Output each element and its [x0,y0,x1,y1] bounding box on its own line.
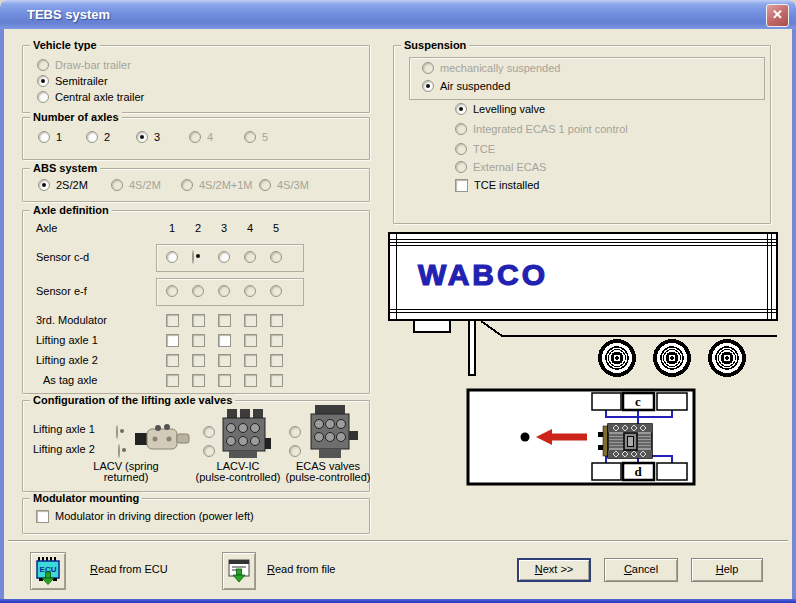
radio-semitrailer[interactable]: Semitrailer [37,74,108,88]
axle-column-2: 2 [188,222,208,234]
ecas-caption: ECAS valves (pulse-controlled) [268,461,388,483]
cancel-button[interactable]: Cancel [604,558,678,582]
group-title-vehicle-type: Vehicle type [30,39,100,51]
radio-icon [37,59,49,71]
group-title-suspension: Suspension [401,39,469,51]
radio-label: Levelling valve [473,103,545,115]
group-title-number-of-axles: Number of axles [30,111,122,123]
radio-icon [455,143,467,155]
radio-axles-2[interactable]: 2 [86,130,110,144]
radio-label: Central axle trailer [55,91,144,103]
axle-definition-group: Axle definition Axle 1 2 3 4 5 Sensor c-… [22,210,370,394]
axle-checkbox-5-1 [166,354,179,367]
axle-checkbox-3-1 [166,314,179,327]
axle-checkbox-5-3 [218,354,231,367]
valve-row-label-2: Lifting axle 2 [33,443,95,455]
checkbox-modulator-direction[interactable]: Modulator in driving direction (power le… [36,509,254,523]
radio-lacvic-axle1 [203,426,215,438]
suspension-group: Suspension mechanically suspended Air su… [393,45,771,224]
radio-tce: TCE [455,142,495,156]
read-from-file-button[interactable] [222,552,256,590]
axle-header-label: Axle [36,222,57,234]
radio-axles-3[interactable]: 3 [136,130,160,144]
axle-radio-1-2[interactable] [192,250,194,264]
checkbox-tce-installed[interactable]: TCE installed [455,178,539,192]
radio-central-axle-trailer[interactable]: Central axle trailer [37,90,144,104]
radio-icon [136,131,148,143]
checkbox-label: TCE installed [474,179,539,191]
title-bar[interactable]: TEBS system ✕ [0,0,796,29]
radio-icon [86,131,98,143]
axle-column-4: 4 [240,222,260,234]
axle-radio-1-3[interactable] [218,251,230,263]
trailer-illustration: WABCO [386,230,780,378]
checkbox-icon [455,179,468,192]
axle-checkbox-4-3[interactable] [218,334,231,347]
lacv-caption: LACV (spring returned) [66,461,186,483]
axle-checkbox-6-2 [192,374,205,387]
radio-label: TCE [473,143,495,155]
window-border-bottom [0,599,796,603]
row-label-lifting-axle-2: Lifting axle 2 [36,354,98,366]
radio-label: 5 [262,131,268,143]
radio-label: 2S/2M [56,179,88,191]
radio-axles-5: 5 [244,130,268,144]
radio-drawbar-trailer: Draw-bar trailer [37,58,131,72]
radio-icon [38,179,50,191]
row-label-sensor-ef: Sensor e-f [36,285,87,297]
radio-label: 4S/2M+1M [199,179,253,191]
radio-label: 4S/3M [277,179,309,191]
radio-icon [244,131,256,143]
axle-column-5: 5 [266,222,286,234]
radio-icon [37,91,49,103]
row-label-as-tag-axle: As tag axle [43,374,97,386]
axle-checkbox-6-4 [244,374,257,387]
read-from-ecu-button[interactable]: ECU [30,552,66,590]
axle-radio-2-5 [270,285,282,297]
radio-icon [181,179,193,191]
radio-external-ecas: External ECAS [455,160,546,174]
radio-icon [189,131,201,143]
radio-icon [259,179,271,191]
radio-label: Integrated ECAS 1 point control [473,123,628,135]
group-title-modulator-mounting: Modulator mounting [30,492,142,504]
radio-icon [455,123,467,135]
group-title-axle-definition: Axle definition [30,204,112,216]
axle-checkbox-3-3 [218,314,231,327]
modulator-mounting-group: Modulator mounting Modulator in driving … [22,498,370,534]
axle-checkbox-4-4 [244,334,257,347]
axle-radio-1-5 [270,251,282,263]
radio-icon [37,75,49,87]
axle-radio-2-4 [244,285,256,297]
radio-lacv-axle1 [116,425,118,439]
radio-air-suspended[interactable]: Air suspended [422,79,510,93]
radio-axles-1[interactable]: 1 [38,130,62,144]
axle-checkbox-4-5 [270,334,283,347]
axle-column-1: 1 [162,222,182,234]
valve-row-label-1: Lifting axle 1 [33,423,95,435]
close-icon[interactable]: ✕ [766,4,789,27]
checkbox-label: Modulator in driving direction (power le… [55,510,254,522]
radio-levelling-valve[interactable]: Levelling valve [455,102,545,116]
read-from-ecu-label[interactable]: Read from ECU [90,563,168,575]
axle-checkbox-3-4 [244,314,257,327]
radio-ecas-axle1 [289,426,301,438]
axle-radio-1-4 [244,251,256,263]
radio-lacv-axle2 [118,444,120,458]
radio-abs-2s2m[interactable]: 2S/2M [38,178,88,192]
axle-checkbox-4-1[interactable] [166,334,179,347]
axle-radio-1-1[interactable] [166,251,178,263]
diagram-label-c: c [635,394,641,409]
window-title: TEBS system [27,7,110,22]
next-button[interactable]: Next >> [517,558,591,582]
axle-checkbox-4-2 [192,334,205,347]
lifting-valves-group: Configuration of the lifting axle valves… [22,400,370,492]
help-button[interactable]: Help [691,558,763,582]
lacv-valve-image [133,419,191,459]
file-download-icon [227,556,251,586]
vehicle-type-group: Vehicle type Draw-bar trailer Semitraile… [22,45,370,113]
window-border-left [0,29,4,603]
checkbox-icon [36,510,49,523]
radio-integrated-ecas: Integrated ECAS 1 point control [455,122,628,136]
read-from-file-label[interactable]: Read from file [267,563,335,575]
